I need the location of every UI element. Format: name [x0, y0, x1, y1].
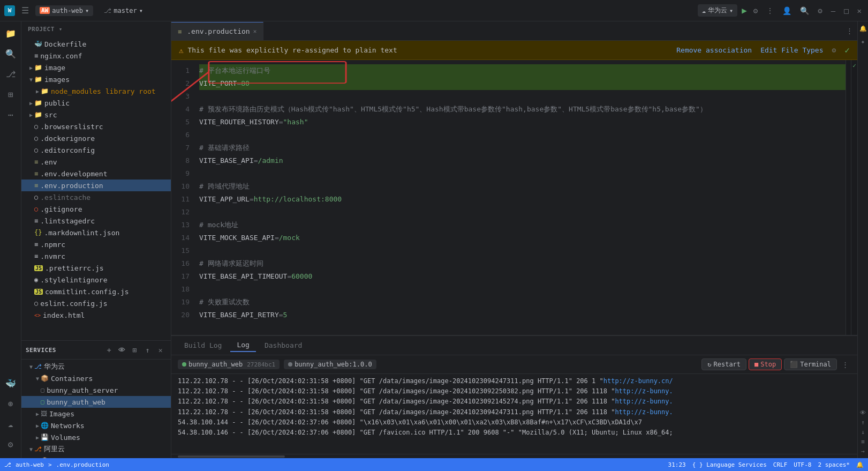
hamburger-icon[interactable]: ☰ [21, 5, 29, 16]
status-line-ending[interactable]: CRLF [773, 461, 788, 468]
activity-more-icon[interactable]: ⋯ [1, 105, 20, 124]
file-tree-item-nginx[interactable]: ≡ nginx.conf [21, 50, 171, 62]
more-options-icon[interactable]: ⋮ [764, 5, 776, 16]
status-file[interactable]: .env.production [56, 461, 109, 468]
branch-selector[interactable]: ⎇ master ▾ [100, 5, 147, 16]
restart-button[interactable]: ↻ Restart [701, 358, 746, 370]
run-button[interactable]: ▶ [742, 5, 747, 16]
activity-docker-icon[interactable]: 🐳 [1, 373, 20, 393]
file-gitignore[interactable]: ○ .gitignore [21, 203, 171, 215]
tab-log[interactable]: Log [230, 339, 255, 352]
file-lintstagedrc[interactable]: ≡ .lintstagedrc [21, 215, 171, 227]
file-dockerignore[interactable]: ○ .dockerignore [21, 132, 171, 144]
cloud-selector[interactable]: ☁ 华为云 ▾ [698, 4, 737, 17]
search-icon[interactable]: 🔍 [798, 5, 811, 16]
log-link[interactable]: http://z-bunny. [615, 398, 673, 405]
list-icon[interactable]: ≡ [858, 437, 868, 446]
project-selector[interactable]: AW auth-web ▾ [35, 5, 93, 16]
tab-more-btn[interactable]: ⋮ [842, 27, 857, 35]
file-tree-item-dockerfile[interactable]: 🐳 Dockerfile [21, 38, 171, 50]
edit-file-types-link[interactable]: Edit File Types [760, 46, 823, 54]
settings2-icon[interactable]: ⚙ [816, 5, 824, 16]
tab-env-production[interactable]: ≡ .env.production ✕ [171, 22, 263, 40]
minimize-button[interactable]: — [829, 5, 837, 16]
file-markdownlint[interactable]: {} .markdownlint.json [21, 227, 171, 238]
file-eslintcache[interactable]: ○ .eslintcache [21, 191, 171, 203]
container-badge-1[interactable]: bunny_auth_web 27284bc1 [178, 360, 280, 369]
maximize-button[interactable]: □ [842, 5, 850, 16]
services-images-huawei[interactable]: ▶ 🖼 Images [21, 408, 171, 420]
stop-button[interactable]: ■ Stop [749, 358, 782, 370]
status-encoding[interactable]: UTF-8 [794, 461, 811, 468]
file-commitlint[interactable]: JS commitlint.config.js [21, 286, 171, 297]
log-link[interactable]: http://z-bunny.cn/ [603, 377, 673, 385]
services-huawei-cloud[interactable]: ▼ ⎇ 华为云 [21, 361, 171, 372]
services-layout-btn[interactable]: ⊞ [129, 344, 141, 356]
container-badge-2[interactable]: bunny_auth_web:1.0.0 [284, 360, 376, 369]
arrow-up-icon[interactable]: ↑ [858, 417, 868, 427]
code-content[interactable]: # 平台本地运行端口号VITE_PORT=80# 预发布环境路由历史模式（Has… [195, 60, 846, 335]
expand-icon[interactable]: → [858, 446, 868, 456]
settings-icon[interactable]: ⚙ [751, 5, 760, 16]
services-bunny-auth-web-huawei[interactable]: ▢ bunny_auth_web [21, 396, 171, 408]
services-containers-huawei[interactable]: ▼ 📦 Containers [21, 372, 171, 384]
activity-database-icon[interactable]: ⊛ [1, 394, 20, 413]
file-env-production[interactable]: ≡ .env.production [21, 180, 171, 191]
file-index-html[interactable]: <> index.html [21, 309, 171, 321]
terminal-button[interactable]: ⬛ Terminal [784, 358, 837, 370]
ai-icon[interactable]: ✦ [858, 36, 868, 46]
warning-check-icon[interactable]: ✓ [844, 45, 850, 55]
folder-src[interactable]: ▶ 📁 src [21, 109, 171, 121]
activity-git-icon[interactable]: ⎇ [1, 64, 20, 84]
file-nvmrc[interactable]: ≡ .nvmrc [21, 250, 171, 262]
activity-settings-icon[interactable]: ⚙ [1, 435, 20, 454]
file-label-nginx: nginx.conf [40, 52, 82, 60]
file-env-development[interactable]: ≡ .env.development [21, 168, 171, 180]
file-npmrc[interactable]: ≡ .npmrc [21, 238, 171, 250]
services-bunny-auth-server-huawei[interactable]: ▢ bunny_auth_server [21, 384, 171, 396]
warning-settings-icon[interactable]: ⚙ [832, 46, 836, 54]
services-volumes-huawei[interactable]: ▶ 💾 Volumes [21, 431, 171, 443]
aliyun-icon: ⎇ [34, 445, 42, 453]
activity-plugins-icon[interactable]: ⊞ [1, 85, 20, 104]
services-view-btn[interactable]: 👁 [116, 344, 128, 356]
arrow-down-icon[interactable]: ↓ [858, 427, 868, 437]
activity-files-icon[interactable]: 📁 [1, 24, 20, 43]
services-close-btn[interactable]: ✕ [155, 344, 167, 356]
file-eslint-config[interactable]: ○ eslint.config.js [21, 297, 171, 309]
log-link[interactable]: http://z-bunny. [615, 408, 673, 416]
file-browserslistrc[interactable]: ○ .browserslistrc [21, 121, 171, 132]
stop-label: Stop [760, 361, 776, 368]
status-position[interactable]: 31:23 [668, 461, 686, 468]
status-indent[interactable]: 2 spaces* [818, 461, 850, 468]
file-prettierrc[interactable]: JS .prettierrc.js [21, 262, 171, 274]
services-aliyun-cloud[interactable]: ▼ ⎇ 阿里云 [21, 443, 171, 455]
status-notifications[interactable]: 🔔 [856, 461, 864, 468]
account-icon[interactable]: 👤 [780, 5, 794, 16]
minimap [846, 60, 851, 335]
folder-images[interactable]: ▼ 📁 images [21, 73, 171, 85]
services-up-btn[interactable]: ↑ [142, 344, 154, 356]
tab-dashboard[interactable]: Dashboard [258, 339, 308, 352]
folder-image[interactable]: ▶ 📁 image [21, 62, 171, 73]
file-editorconfig[interactable]: ○ .editorconfig [21, 144, 171, 156]
tab-build-log[interactable]: Build Log [178, 339, 228, 352]
remove-association-link[interactable]: Remove association [676, 46, 752, 54]
close-button[interactable]: ✕ [855, 5, 864, 16]
log-scrollbar-thumb[interactable] [178, 455, 285, 458]
activity-services-icon[interactable]: ☁ [1, 414, 20, 433]
tab-close-btn[interactable]: ✕ [253, 28, 257, 35]
folder-public[interactable]: ▶ 📁 public [21, 97, 171, 109]
log-more-btn[interactable]: ⋮ [839, 358, 851, 370]
log-link[interactable]: http://z-bunny. [615, 387, 673, 395]
activity-search-icon[interactable]: 🔍 [1, 44, 20, 63]
services-networks-huawei[interactable]: ▶ 🌐 Networks [21, 420, 171, 431]
file-stylelintignore[interactable]: ◉ .stylelintignore [21, 274, 171, 286]
file-env[interactable]: ≡ .env [21, 156, 171, 168]
status-project[interactable]: auth-web [16, 461, 44, 468]
services-add-btn[interactable]: + [103, 344, 115, 356]
status-language[interactable]: { } Language Services [692, 461, 767, 468]
eye-icon[interactable]: 👁 [858, 408, 868, 417]
notification-icon[interactable]: 🔔 [858, 24, 868, 33]
folder-node-modules[interactable]: ▶ 📁 node_modules library root [21, 85, 171, 97]
